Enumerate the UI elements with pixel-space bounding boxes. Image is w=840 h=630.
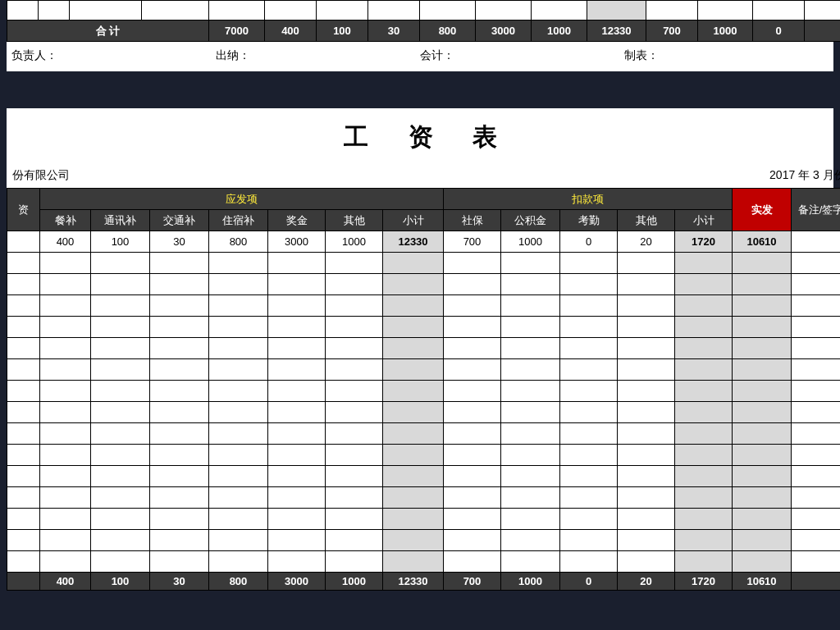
col-housing: 住宿补 xyxy=(209,210,268,231)
signer-d: 制表： xyxy=(624,48,829,63)
data-row-empty xyxy=(7,509,841,530)
total-label: 合 计 xyxy=(7,21,209,42)
data-row-empty xyxy=(7,359,841,381)
upper-table-fragment: 合 计 7000 400 100 30 800 3000 1000 12330 … xyxy=(7,0,833,71)
col-remark: 备注/签字 xyxy=(792,189,841,231)
col-subtotal1: 小计 xyxy=(383,210,444,231)
total-val-2: 100 xyxy=(317,21,368,42)
total-val-8: 700 xyxy=(646,21,698,42)
signer-c: 会计： xyxy=(420,48,624,63)
title-row: 工 资 表 xyxy=(7,108,841,166)
header-row-2: 餐补 通讯补 交通补 住宿补 奖金 其他 小计 社保 公积金 考勤 其他 小计 xyxy=(7,210,841,231)
totals-row-bottom: 400 100 30 800 3000 1000 12330 700 1000 … xyxy=(7,573,841,591)
data-row-empty xyxy=(7,487,841,509)
meta-row: 份有限公司 2017 年 3 月份 xyxy=(7,166,841,189)
salary-sheet: 工 资 表 份有限公司 2017 年 3 月份 资 应发项 扣款项 实发 备注/… xyxy=(7,108,833,591)
data-row-empty xyxy=(7,466,841,487)
signer-a: 负责人： xyxy=(11,48,216,63)
total-val-1: 400 xyxy=(265,21,317,42)
data-row-empty xyxy=(7,402,841,423)
col-salary: 资 xyxy=(7,189,40,231)
period-label: 2017 年 3 月份 xyxy=(444,166,841,189)
empty-row xyxy=(7,1,841,21)
signer-b: 出纳： xyxy=(216,48,420,63)
data-row-empty xyxy=(7,530,841,551)
data-row-empty xyxy=(7,381,841,402)
sheet-title: 工 资 表 xyxy=(7,108,841,166)
col-fund: 公积金 xyxy=(501,210,560,231)
col-other1: 其他 xyxy=(326,210,383,231)
total-val-9: 1000 xyxy=(698,21,753,42)
data-row-empty xyxy=(7,445,841,466)
data-row-empty xyxy=(7,295,841,317)
col-subtotal2: 小计 xyxy=(675,210,733,231)
col-transport: 交通补 xyxy=(150,210,209,231)
data-row-empty xyxy=(7,423,841,445)
total-val-0: 7000 xyxy=(209,21,265,42)
total-val-6: 1000 xyxy=(532,21,587,42)
col-other2: 其他 xyxy=(618,210,675,231)
totals-row: 合 计 7000 400 100 30 800 3000 1000 12330 … xyxy=(7,21,841,42)
data-row-empty xyxy=(7,338,841,359)
group-deduction: 扣款项 xyxy=(444,189,733,210)
total-val-4: 800 xyxy=(420,21,476,42)
signature-line: 负责人： 出纳： 会计： 制表： xyxy=(7,42,833,71)
col-bonus: 奖金 xyxy=(268,210,326,231)
total-val-5: 3000 xyxy=(476,21,532,42)
data-row-1: 400 100 30 800 3000 1000 12330 700 1000 … xyxy=(7,231,841,253)
header-row-1: 资 应发项 扣款项 实发 备注/签字 xyxy=(7,189,841,210)
total-val-3: 30 xyxy=(368,21,420,42)
col-comm: 通讯补 xyxy=(91,210,150,231)
col-ssec: 社保 xyxy=(444,210,501,231)
company-name: 份有限公司 xyxy=(7,166,444,189)
total-val-7: 12330 xyxy=(587,21,646,42)
col-meal: 餐补 xyxy=(40,210,91,231)
data-row-empty xyxy=(7,253,841,274)
group-payable: 应发项 xyxy=(40,189,444,210)
total-val-10: 0 xyxy=(753,21,805,42)
col-attend: 考勤 xyxy=(560,210,618,231)
data-row-empty xyxy=(7,317,841,338)
data-row-empty xyxy=(7,274,841,295)
data-row-empty xyxy=(7,551,841,573)
col-actual: 实发 xyxy=(733,189,792,231)
